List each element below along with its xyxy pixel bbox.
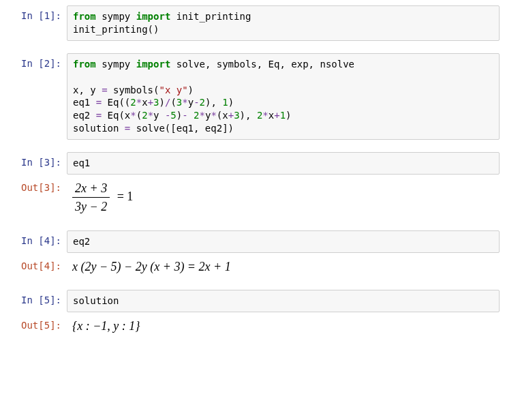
- prompt-out-4: Out[4]:: [5, 256, 67, 277]
- output-3: 2x + 3 3y − 2 = 1: [67, 177, 500, 218]
- code-input-3[interactable]: eq1: [67, 152, 500, 175]
- prompt-out-5: Out[5]:: [5, 315, 67, 336]
- prompt-in-3: In [3]:: [5, 152, 67, 173]
- cell-in-1: In [1]: from sympy import init_printing …: [5, 5, 500, 41]
- fraction: 2x + 3 3y − 2: [72, 180, 110, 215]
- cell-in-5: In [5]: solution: [5, 290, 500, 312]
- code-input-5[interactable]: solution: [67, 290, 500, 312]
- prompt-in-5: In [5]:: [5, 290, 67, 311]
- prompt-in-2: In [2]:: [5, 53, 67, 74]
- prompt-out-3: Out[3]:: [5, 177, 67, 198]
- code-input-4[interactable]: eq2: [67, 230, 500, 253]
- cell-out-5: Out[5]: {x : −1, y : 1}: [5, 315, 500, 337]
- output-5: {x : −1, y : 1}: [67, 315, 500, 337]
- fraction-denominator: 3y − 2: [72, 198, 110, 215]
- prompt-in-1: In [1]:: [5, 5, 67, 27]
- code-input-2[interactable]: from sympy import solve, symbols, Eq, ex…: [67, 53, 500, 140]
- fraction-numerator: 2x + 3: [72, 180, 110, 198]
- cell-in-4: In [4]: eq2: [5, 230, 500, 253]
- output-4: x (2y − 5) − 2y (x + 3) = 2x + 1: [67, 256, 500, 278]
- cell-in-2: In [2]: from sympy import solve, symbols…: [5, 53, 500, 140]
- equals-rhs: = 1: [114, 190, 133, 203]
- cell-out-3: Out[3]: 2x + 3 3y − 2 = 1: [5, 177, 500, 218]
- code-input-1[interactable]: from sympy import init_printing init_pri…: [67, 5, 500, 41]
- cell-in-3: In [3]: eq1: [5, 152, 500, 175]
- prompt-in-4: In [4]:: [5, 230, 67, 252]
- cell-out-4: Out[4]: x (2y − 5) − 2y (x + 3) = 2x + 1: [5, 256, 500, 278]
